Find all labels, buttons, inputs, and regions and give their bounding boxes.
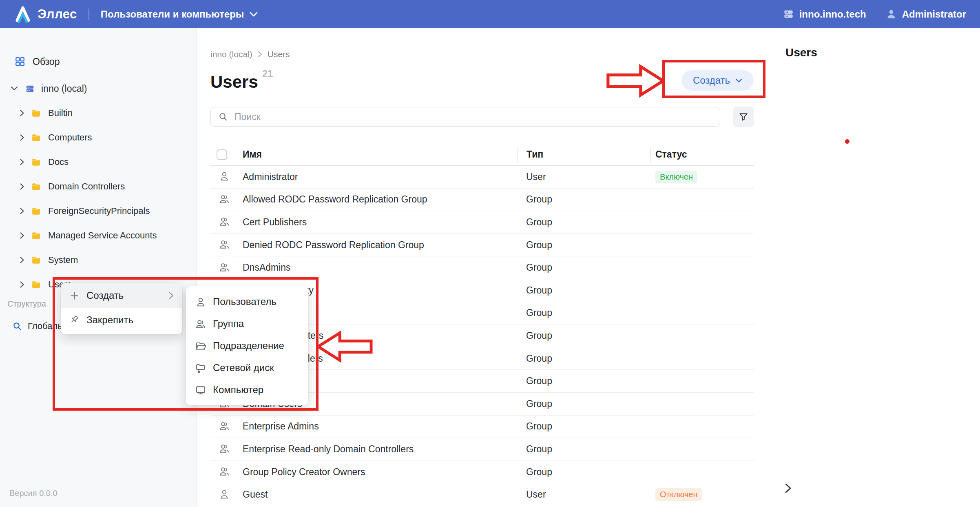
chevron-down-icon <box>735 78 742 83</box>
main-content: inno (local) Users Users21 Создать Имя <box>197 28 777 507</box>
group-icon <box>219 193 231 206</box>
topbar-divider <box>88 9 89 20</box>
group-icon <box>219 262 231 274</box>
table-row[interactable]: Allowed RODC Password Replication Group … <box>210 189 754 211</box>
breadcrumb-separator <box>257 50 263 58</box>
folder-icon <box>31 206 41 216</box>
context-menu-item-pin[interactable]: Закрепить <box>61 308 182 332</box>
column-header-name[interactable]: Имя <box>243 149 518 160</box>
server-icon <box>783 9 794 20</box>
page-title: Users21 <box>210 68 273 92</box>
chevron-right-icon[interactable] <box>20 207 24 215</box>
row-type: Group <box>526 307 655 318</box>
context-menu-item-create[interactable]: Создать <box>61 283 182 308</box>
submenu-item[interactable]: Сетевой диск <box>186 357 308 379</box>
row-type: Group <box>526 194 655 205</box>
tree-folder[interactable]: Managed Service Accounts <box>0 223 196 248</box>
chevron-right-icon[interactable] <box>20 256 24 264</box>
group-icon <box>219 420 231 433</box>
row-type: Group <box>526 376 655 387</box>
menu-item-label: Создать <box>86 290 162 301</box>
row-name: Denied RODC Password Replication Group <box>243 240 526 251</box>
table-row[interactable]: Enterprise Read-only Domain Controllers … <box>210 438 754 461</box>
submenu-item[interactable]: Пользователь <box>186 291 308 313</box>
tree-folder[interactable]: ForeignSecurityPrincipals <box>0 199 196 223</box>
server-indicator[interactable]: inno.inno.tech <box>783 9 866 20</box>
submenu-item[interactable]: Группа <box>186 313 308 335</box>
table-row[interactable]: Cert Publishers Group <box>210 211 754 234</box>
chevron-right-icon[interactable] <box>20 183 24 190</box>
create-button[interactable]: Создать <box>681 70 754 91</box>
tree-folder[interactable]: Domain Controllers <box>0 174 196 199</box>
tree-folder-label: Managed Service Accounts <box>48 230 157 241</box>
folder-icon <box>31 280 41 290</box>
filter-button[interactable] <box>733 107 754 127</box>
panel-collapse-button[interactable] <box>780 480 796 496</box>
chevron-right-icon[interactable] <box>20 281 24 288</box>
menu-item-label: Подразделение <box>213 340 284 351</box>
table-row[interactable]: Enterprise Admins Group <box>210 416 754 438</box>
context-menu: Создать Закрепить <box>61 283 182 334</box>
table-row[interactable]: Denied RODC Password Replication Group G… <box>210 234 754 257</box>
row-type: Group <box>526 240 655 251</box>
submenu-item[interactable]: Подразделение <box>186 335 308 357</box>
server-name: inno.inno.tech <box>799 9 866 20</box>
topbar: Эллес Пользователи и компьютеры inno.inn… <box>0 0 980 28</box>
group-icon <box>219 443 231 455</box>
chevron-right-icon[interactable] <box>20 134 24 141</box>
chevron-right-icon[interactable] <box>20 109 24 117</box>
table-row[interactable]: Group Policy Creator Owners Group <box>210 461 754 484</box>
menu-item-label: Закрепить <box>86 314 174 326</box>
table-row[interactable]: Guest User Отключен <box>210 483 754 506</box>
table-row[interactable]: DnsAdmins Group <box>210 256 754 279</box>
row-name: Group Policy Creator Owners <box>243 467 526 478</box>
app-switcher[interactable]: Пользователи и компьютеры <box>101 9 258 20</box>
chevron-right-icon[interactable] <box>20 232 24 239</box>
app-logo[interactable]: Эллес <box>14 5 77 23</box>
row-name: Enterprise Read-only Domain Controllers <box>243 444 526 455</box>
breadcrumb: inno (local) Users <box>210 49 290 59</box>
details-panel: Users <box>777 28 980 507</box>
breadcrumb-current: Users <box>268 49 290 59</box>
chevron-right-icon[interactable] <box>20 158 24 166</box>
status-badge: Отключен <box>655 488 702 501</box>
sidebar-item-label: Обзор <box>33 56 60 67</box>
tree-folder[interactable]: System <box>0 248 196 272</box>
row-type: Group <box>526 444 655 455</box>
row-name: Cert Publishers <box>243 217 526 228</box>
submenu-item[interactable]: Компьютер <box>186 379 308 401</box>
breadcrumb-root[interactable]: inno (local) <box>210 49 252 59</box>
sidebar-item-overview[interactable]: Обзор <box>0 49 196 74</box>
user-menu[interactable]: Administrator <box>886 9 966 20</box>
user-icon <box>195 296 206 307</box>
tree-folder[interactable]: Builtin <box>0 101 196 125</box>
tree-root-domain[interactable]: inno (local) <box>0 76 196 101</box>
grid-icon <box>15 56 25 67</box>
column-header-status[interactable]: Статус <box>650 147 754 162</box>
table-row[interactable]: Administrator User Включен <box>210 166 754 189</box>
search-input[interactable] <box>210 107 720 127</box>
user-icon <box>219 489 231 501</box>
menu-item-label: Компьютер <box>213 384 263 396</box>
item-count: 21 <box>262 68 273 79</box>
chevron-down-icon[interactable] <box>11 86 18 91</box>
row-type: Group <box>526 285 655 296</box>
column-header-type[interactable]: Тип <box>518 147 650 162</box>
row-name: Guest <box>243 489 526 500</box>
filter-icon <box>738 111 749 122</box>
sidebar: Обзор inno (local) Builtin <box>0 28 197 507</box>
tree-folder[interactable]: Docs <box>0 150 196 174</box>
chevron-down-icon <box>250 11 258 17</box>
tree-folder-label: System <box>48 255 78 265</box>
select-all-checkbox[interactable] <box>217 149 227 160</box>
tree-folder-label: ForeignSecurityPrincipals <box>48 206 150 216</box>
search-icon <box>218 112 228 122</box>
tree-folder-label: Computers <box>48 132 92 143</box>
row-name: Allowed RODC Password Replication Group <box>243 194 526 205</box>
user-icon <box>219 171 231 183</box>
tree-folder-list: Builtin Computers Docs <box>0 101 196 297</box>
tree-folder[interactable]: Computers <box>0 125 196 150</box>
plus-icon <box>69 290 80 301</box>
row-type: Group <box>526 421 655 432</box>
group-icon <box>219 216 231 228</box>
